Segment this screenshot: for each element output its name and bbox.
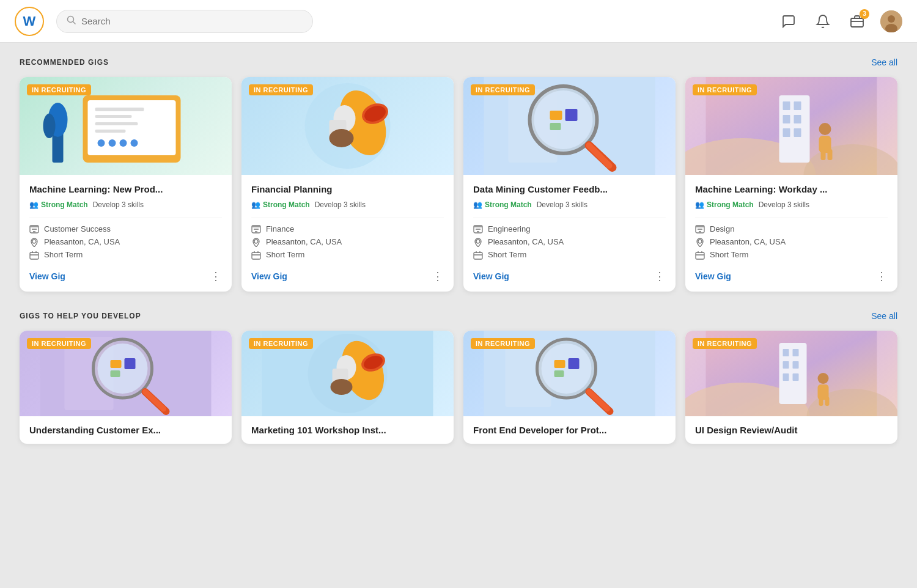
- svg-rect-15: [95, 122, 138, 125]
- svg-rect-56: [783, 128, 790, 137]
- card-ml-image: IN RECRUITING: [20, 77, 232, 175]
- svg-rect-87: [569, 358, 580, 369]
- svg-point-45: [476, 240, 480, 243]
- svg-point-20: [131, 139, 138, 147]
- svg-rect-51: [783, 101, 790, 110]
- see-all-develop[interactable]: See all: [871, 311, 897, 321]
- svg-line-1: [73, 21, 76, 24]
- match-icon-dm: 👥: [473, 200, 482, 209]
- card-uce-title: Understanding Customer Ex...: [29, 425, 222, 435]
- chat-icon-btn[interactable]: [778, 10, 800, 32]
- svg-rect-96: [793, 349, 799, 356]
- card-fp-category: Finance: [251, 224, 444, 234]
- card-dm: IN RECRUITING: [463, 77, 676, 292]
- view-gig-fp[interactable]: View Gig: [251, 271, 287, 281]
- view-gig-dm[interactable]: View Gig: [473, 271, 509, 281]
- recruiting-badge-uid: IN RECRUITING: [693, 338, 757, 349]
- svg-rect-57: [794, 128, 801, 137]
- bell-icon-btn[interactable]: [812, 10, 834, 32]
- logo-text: W: [23, 15, 36, 28]
- svg-rect-100: [793, 373, 799, 381]
- svg-rect-86: [554, 360, 565, 368]
- svg-rect-34: [252, 252, 260, 259]
- card-fp-body: Financial Planning 👥 Strong Match Develo…: [241, 175, 454, 292]
- section-header-develop: GIGS TO HELP YOU DEVELOP See all: [20, 311, 897, 321]
- card-fp-footer: View Gig ⋮: [251, 267, 444, 283]
- card-fp-duration: Short Term: [251, 250, 444, 260]
- svg-rect-46: [474, 252, 482, 259]
- svg-point-19: [120, 139, 127, 147]
- nav-icons: 3: [778, 10, 902, 32]
- svg-rect-60: [821, 149, 826, 160]
- develop-gigs-section: GIGS TO HELP YOU DEVELOP See all IN RECR…: [20, 311, 897, 444]
- card-ml-location: Pleasanton, CA, USA: [29, 237, 222, 247]
- svg-rect-39: [550, 111, 562, 120]
- recommended-gigs-section: RECOMMENDED GIGS See all IN RECRUITING: [20, 57, 897, 292]
- card-fp-meta: Finance Pleasanton, CA, USA Short Term: [251, 224, 444, 260]
- card-ml-category: Customer Success: [29, 224, 222, 234]
- card-uce-image: IN RECRUITING: [20, 331, 232, 416]
- card-wd: IN RECRUITING: [685, 77, 897, 292]
- card-mkt-image: IN RECRUITING: [241, 331, 454, 416]
- svg-point-17: [98, 139, 105, 147]
- card-uce: IN RECRUITING Understanding Custo: [20, 331, 232, 444]
- svg-rect-54: [783, 115, 790, 123]
- briefcase-icon-btn[interactable]: 3: [846, 10, 868, 32]
- card-ml-duration: Short Term: [29, 250, 222, 260]
- more-btn-dm[interactable]: ⋮: [654, 270, 666, 283]
- more-btn-fp[interactable]: ⋮: [432, 270, 444, 283]
- card-dm-footer: View Gig ⋮: [473, 267, 666, 283]
- see-all-recommended[interactable]: See all: [871, 57, 897, 67]
- view-gig-ml[interactable]: View Gig: [29, 271, 65, 281]
- card-fed-body: Front End Developer for Prot...: [463, 416, 676, 444]
- match-icon-fp: 👥: [251, 200, 260, 209]
- search-icon: [67, 15, 76, 28]
- card-ml: IN RECRUITING: [20, 77, 232, 292]
- card-dm-divider: [473, 218, 666, 218]
- card-wd-match-label: 👥 Strong Match: [695, 200, 754, 209]
- card-fed: IN RECRUITING Front End Developer: [463, 331, 676, 444]
- card-wd-location: Pleasanton, CA, USA: [695, 237, 888, 247]
- card-fp-divider: [251, 218, 444, 218]
- recruiting-badge-dm: IN RECRUITING: [471, 84, 535, 95]
- svg-point-18: [109, 139, 116, 147]
- card-mkt-body: Marketing 101 Workshop Inst...: [241, 416, 454, 444]
- recruiting-badge-ml: IN RECRUITING: [27, 84, 91, 95]
- search-input[interactable]: [81, 16, 303, 26]
- card-dm-location: Pleasanton, CA, USA: [473, 237, 666, 247]
- card-dm-match-label: 👥 Strong Match: [473, 200, 532, 209]
- svg-rect-16: [95, 130, 126, 133]
- more-btn-ml[interactable]: ⋮: [210, 270, 222, 283]
- card-uid: IN RECRUITING: [685, 331, 897, 444]
- card-ml-body: Machine Learning: New Prod... 👥 Strong M…: [20, 175, 232, 292]
- match-icon-wd: 👥: [695, 200, 704, 209]
- svg-rect-61: [828, 149, 833, 160]
- card-uid-body: UI Design Review/Audit: [685, 416, 897, 444]
- svg-point-85: [542, 344, 592, 394]
- svg-point-10: [43, 114, 56, 138]
- more-btn-wd[interactable]: ⋮: [876, 270, 888, 283]
- logo[interactable]: W: [15, 7, 44, 36]
- card-uce-body: Understanding Customer Ex...: [20, 416, 232, 444]
- svg-point-38: [534, 90, 593, 149]
- svg-point-63: [698, 240, 702, 243]
- svg-rect-31: [336, 135, 351, 146]
- search-bar[interactable]: [56, 10, 313, 33]
- card-fed-title: Front End Developer for Prot...: [473, 425, 666, 435]
- svg-point-101: [818, 373, 829, 384]
- card-ml-divider: [29, 218, 222, 218]
- svg-point-81: [331, 379, 353, 395]
- svg-point-6: [888, 15, 895, 23]
- card-dm-meta: Engineering Pleasanton, CA, USA Short Te…: [473, 224, 666, 260]
- card-fed-image: IN RECRUITING: [463, 331, 676, 416]
- card-wd-develop: Develop 3 skills: [759, 200, 809, 209]
- user-avatar[interactable]: [880, 10, 902, 32]
- card-uid-image: IN RECRUITING: [685, 331, 897, 416]
- card-ml-footer: View Gig ⋮: [29, 267, 222, 283]
- card-fp-match-label: 👥 Strong Match: [251, 200, 310, 209]
- card-dm-category: Engineering: [473, 224, 666, 234]
- card-wd-meta: Design Pleasanton, CA, USA Short Term: [695, 224, 888, 260]
- card-fp-develop: Develop 3 skills: [315, 200, 366, 209]
- develop-cards-grid: IN RECRUITING Understanding Custo: [20, 331, 897, 444]
- view-gig-wd[interactable]: View Gig: [695, 271, 731, 281]
